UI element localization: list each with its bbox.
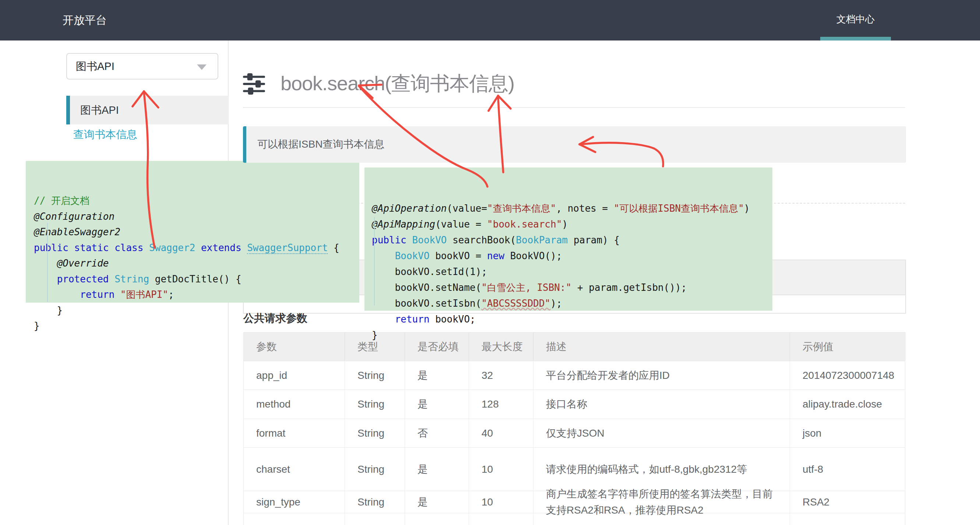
table-cell: 是 xyxy=(405,390,469,418)
page-title: book.search(查询书本信息) xyxy=(280,70,514,97)
table-row: methodString是128接口名称alipay.trade.close xyxy=(244,390,905,419)
table-cell: 32 xyxy=(469,361,533,390)
code-line: bookVO.setIsbn("ABCSSSSDDD"); xyxy=(372,296,772,312)
table-row: app_idString是32平台分配给开发者的应用ID201407230000… xyxy=(244,361,905,390)
table-cell: 请求使用的编码格式，如utf-8,gbk,gb2312等 xyxy=(533,448,790,491)
table-cell: 是 xyxy=(405,491,469,513)
table-cell: 是 xyxy=(405,448,469,491)
table-cell: charset xyxy=(244,448,345,491)
table-cell: 接口名称 xyxy=(533,390,790,418)
code-line: @ApiMapping(value = "book.search") xyxy=(372,216,772,232)
table-row: formatString否40仅支持JSONjson xyxy=(244,419,905,448)
code-line: bookVO.setId(1); xyxy=(372,264,772,280)
table-cell xyxy=(790,513,906,525)
title-divider xyxy=(243,107,905,108)
active-item-bar xyxy=(66,96,70,124)
table-cell: 否 xyxy=(405,419,469,447)
indent-guide xyxy=(47,223,48,302)
sidebar-item-label: 图书API xyxy=(80,96,119,124)
sliders-icon xyxy=(242,73,266,95)
code-line: @ApiOperation(value="查询书本信息", notes = "可… xyxy=(372,200,772,216)
api-method-code-block: @ApiOperation(value="查询书本信息", notes = "可… xyxy=(364,167,772,311)
top-navbar: 开放平台 文档中心 xyxy=(0,0,980,40)
api-select-dropdown[interactable]: 图书API xyxy=(66,53,218,80)
table-cell: format xyxy=(244,419,345,447)
table-cell: String xyxy=(345,390,405,418)
table-cell: 10 xyxy=(469,448,533,491)
column-header: 示例值 xyxy=(790,332,906,361)
code-line: @Configuration xyxy=(34,209,359,224)
table-cell: String xyxy=(345,491,405,513)
table-cell xyxy=(405,513,469,525)
column-header: 参数 xyxy=(244,332,345,361)
code-line: protected String getDocTitle() { xyxy=(34,271,359,287)
table-row: charsetString是10请求使用的编码格式，如utf-8,gbk,gb2… xyxy=(244,448,905,491)
common-request-params-table: 参数类型是否必填最大长度描述示例值app_idString是32平台分配给开发者… xyxy=(243,332,905,525)
app-brand: 开放平台 xyxy=(63,0,107,40)
code-line: return bookVO; xyxy=(372,312,772,327)
table-cell xyxy=(345,513,405,525)
table-cell: app_id xyxy=(244,361,345,390)
sidebar-link-search-book[interactable]: 查询书本信息 xyxy=(73,127,137,142)
code-line: } xyxy=(372,327,772,343)
table-cell: String xyxy=(345,361,405,390)
table-cell xyxy=(244,513,345,525)
table-cell: 商户生成签名字符串所使用的签名算法类型，目前支持RSA2和RSA，推荐使用RSA… xyxy=(533,491,790,513)
table-cell: utf-8 xyxy=(790,448,906,491)
indent-guide xyxy=(374,217,375,305)
code-line: } xyxy=(34,318,359,334)
table-cell: sign_type xyxy=(244,491,345,513)
nav-tab-label: 文档中心 xyxy=(820,0,891,38)
table-cell: 128 xyxy=(469,390,533,418)
table-cell: String xyxy=(345,448,405,491)
sidebar-item-book-api[interactable]: 图书API xyxy=(66,96,228,124)
table-cell: 是 xyxy=(405,361,469,390)
code-line: } xyxy=(34,302,359,318)
api-notes-bar: 可以根据ISBN查询书本信息 xyxy=(243,126,906,163)
table-row: sign_typeString是10商户生成签名字符串所使用的签名算法类型，目前… xyxy=(244,491,905,513)
table-cell: json xyxy=(790,419,906,447)
chevron-down-icon xyxy=(197,64,207,70)
code-line: @Override xyxy=(34,256,359,271)
code-line: // 开启文档 xyxy=(34,193,359,209)
table-cell: alipay.trade.close xyxy=(790,390,906,418)
table-cell: method xyxy=(244,390,345,418)
table-cell: RSA2 xyxy=(790,491,906,513)
table-cell: 40 xyxy=(469,419,533,447)
code-line: @EnableSwagger2 xyxy=(34,224,359,240)
code-line: return "图书API"; xyxy=(34,287,359,302)
table-row xyxy=(244,513,905,525)
swagger-config-code-block: // 开启文档@Configuration@EnableSwagger2publ… xyxy=(26,161,359,302)
api-notes-text: 可以根据ISBN查询书本信息 xyxy=(257,126,384,162)
table-cell xyxy=(469,513,533,525)
table-cell: 仅支持JSON xyxy=(533,419,790,447)
code-line: bookVO.setName("白雪公主, ISBN:" + param.get… xyxy=(372,280,772,296)
table-cell: String xyxy=(345,419,405,447)
code-line: public BookVO searchBook(BookParam param… xyxy=(372,232,772,248)
code-line: BookVO bookVO = new BookVO(); xyxy=(372,248,772,264)
table-cell xyxy=(533,513,790,525)
table-cell: 2014072300007148 xyxy=(790,361,906,390)
active-tab-underline xyxy=(820,37,891,40)
code-line: public static class Swagger2 extends Swa… xyxy=(34,240,359,256)
api-select-value: 图书API xyxy=(76,54,115,79)
table-cell: 平台分配给开发者的应用ID xyxy=(533,361,790,390)
table-cell: 10 xyxy=(469,491,533,513)
nav-tab-doc-center[interactable]: 文档中心 xyxy=(820,0,891,40)
